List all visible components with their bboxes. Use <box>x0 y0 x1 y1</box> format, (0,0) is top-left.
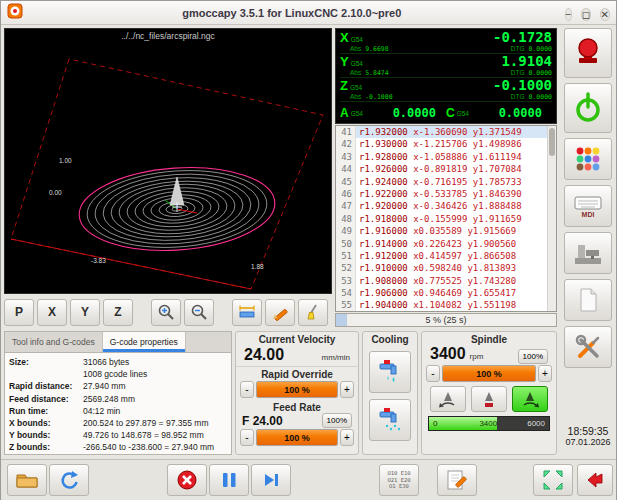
gcode-line[interactable]: 48 r1.918000 x-0.155999 y1.911659 <box>336 213 547 225</box>
keyboard-icon <box>573 195 603 211</box>
machine-on-button[interactable] <box>564 83 612 133</box>
spindle-override-slider[interactable]: 100 % <box>442 365 536 382</box>
rapid-override-title: Rapid Override <box>236 369 358 380</box>
zoom-in-button[interactable] <box>151 299 181 326</box>
rapid-minus-button[interactable]: - <box>240 381 254 398</box>
pause-button[interactable] <box>209 464 249 496</box>
close-button[interactable]: ✕ <box>600 8 610 21</box>
open-file-button[interactable] <box>7 464 47 496</box>
clock-date: 07.01.2026 <box>565 437 610 447</box>
gauge-max: 6000 <box>527 417 545 430</box>
edit-file-button[interactable] <box>437 464 477 496</box>
gcode-line[interactable]: 43 r1.928000 x-1.058886 y1.611194 <box>336 151 547 163</box>
gcode-line[interactable]: 54 r1.906000 x0.946469 y1.655417 <box>336 287 547 299</box>
page-icon <box>575 287 601 313</box>
step-button[interactable] <box>251 464 291 496</box>
maximize-button[interactable]: ◻ <box>581 8 591 21</box>
spindle-rpm-gauge: 0 3400 6000 <box>428 416 550 431</box>
spindle-stop-icon <box>477 389 501 409</box>
gauge-min: 0 <box>433 417 437 430</box>
rapid-plus-button[interactable]: + <box>340 381 354 398</box>
gcode-line[interactable]: 46 r1.922000 x-0.533785 y1.846390 <box>336 188 547 200</box>
gcode-line[interactable]: 51 r1.912000 x0.414597 y1.866508 <box>336 250 547 262</box>
spindle-reset-button[interactable]: 100% <box>518 349 548 364</box>
info-notebook: Tool info and G-codes G-code properties … <box>4 331 232 455</box>
gcode-progressbar: 5 % (25 s) <box>335 313 557 327</box>
spindle-cw-button[interactable] <box>512 386 548 412</box>
scrollbar-thumb[interactable] <box>549 128 555 156</box>
tab-tool-info[interactable]: Tool info and G-codes <box>5 332 103 352</box>
feed-plus-button[interactable]: + <box>340 429 354 446</box>
estop-button[interactable] <box>564 28 612 78</box>
skip-optional-blocks-button[interactable]: O10 E10 O21 E20 O1 E30 <box>379 464 419 496</box>
feed-reset-button[interactable]: 100% <box>322 413 352 428</box>
gcode-line[interactable]: 45 r1.924000 x-0.716195 y1.785733 <box>336 176 547 188</box>
fullscreen-button[interactable] <box>533 464 573 496</box>
view-dimensions-button[interactable] <box>232 299 262 326</box>
feed-rate-title: Feed Rate <box>236 402 358 413</box>
gcode-line[interactable]: 49 r1.916000 x0.035589 y1.915669 <box>336 225 547 237</box>
tab-gcode-properties[interactable]: G-code properties <box>103 332 186 352</box>
machine-icon <box>573 240 603 266</box>
dro-axis-row[interactable]: A G54 0.0000 <box>340 102 446 124</box>
mist-coolant-icon <box>375 405 405 435</box>
user-tab-button[interactable] <box>564 279 612 321</box>
window-title: gmoccapy 3.5.1 for LinuxCNC 2.10.0~pre0 <box>23 7 561 19</box>
cooling-title: Cooling <box>371 334 408 345</box>
spindle-stop-button[interactable] <box>471 386 507 412</box>
gcode-line[interactable]: 53 r1.908000 x0.775525 y1.743280 <box>336 275 547 287</box>
dro-axis-row[interactable]: C G54 0.0000 <box>446 102 552 124</box>
clear-plot-button[interactable] <box>298 299 328 326</box>
exit-button[interactable] <box>577 464 613 496</box>
feed-override-slider[interactable]: 100 % <box>256 429 338 446</box>
pencil-icon <box>271 303 289 321</box>
titlebar[interactable]: gmoccapy 3.5.1 for LinuxCNC 2.10.0~pre0 … <box>1 1 616 25</box>
spindle-ccw-button[interactable] <box>430 386 466 412</box>
colored-grid-icon <box>574 145 602 173</box>
edit-gcode-button[interactable] <box>265 299 295 326</box>
gcode-scrollbar[interactable] <box>547 126 556 311</box>
auto-mode-button[interactable] <box>564 232 612 274</box>
zoom-in-icon <box>157 303 175 321</box>
zoom-out-button[interactable] <box>184 299 214 326</box>
dro-axis-row[interactable]: Y G54 1.9104 Abs 5.8474 DTG 0.0000 <box>340 54 552 78</box>
axis-label: 0.00 <box>49 189 62 196</box>
gcode-view[interactable]: 41 r1.932000 x-1.360690 y1.371549 42 r1.… <box>335 125 557 312</box>
dro-axis-row[interactable]: X G54 -0.1728 Abs 9.6698 DTG 0.0000 <box>340 30 552 54</box>
gcode-line[interactable]: 44 r1.926000 x-0.891819 y1.707084 <box>336 163 547 175</box>
flood-button[interactable] <box>369 351 411 393</box>
mist-button[interactable] <box>369 399 411 441</box>
feed-minus-button[interactable]: - <box>240 429 254 446</box>
gcode-line[interactable]: 41 r1.932000 x-1.360690 y1.371549 <box>336 126 547 138</box>
gcode-line[interactable]: 47 r1.920000 x-0.346426 y1.888488 <box>336 200 547 212</box>
gcode-line[interactable]: 55 r1.904000 x1.104082 y1.551198 <box>336 299 547 311</box>
stop-button[interactable] <box>167 464 207 496</box>
tool-settings-button[interactable] <box>564 138 612 180</box>
view-preset-button[interactable]: Z <box>103 299 133 326</box>
settings-button[interactable] <box>564 326 612 368</box>
velocity-panel: Current Velocity 24.00 mm/min Rapid Over… <box>235 331 359 455</box>
spindle-rpm-value: 3400 <box>430 345 466 363</box>
spindle-minus-button[interactable]: - <box>426 365 440 382</box>
pause-icon <box>219 470 239 490</box>
reload-file-button[interactable] <box>49 464 89 496</box>
file-path: ../../nc_files/arcspiral.ngc <box>5 31 331 41</box>
property-row: Y bounds: 49.726 to 148.678 = 98.952 mm <box>9 429 227 441</box>
mdi-mode-button[interactable]: MDI <box>564 185 612 227</box>
gremlin-preview[interactable]: ../../nc_files/arcspiral.ngc <box>4 28 332 294</box>
gcode-line[interactable]: 52 r1.910000 x0.598240 y1.813893 <box>336 262 547 274</box>
dro-axis-row[interactable]: Z G54 -0.1000 Abs -0.1000 DTG 0.0000 <box>340 78 552 102</box>
view-preset-button[interactable]: P <box>4 299 34 326</box>
dimensions-icon <box>238 303 256 321</box>
minimize-button[interactable]: − <box>565 8 573 21</box>
clock: 18:59:35 07.01.2026 <box>565 425 610 447</box>
view-preset-button[interactable]: Y <box>70 299 100 326</box>
gcode-line[interactable]: 50 r1.914000 x0.226423 y1.900560 <box>336 238 547 250</box>
rapid-override-slider[interactable]: 100 % <box>256 381 338 398</box>
estop-icon <box>571 36 605 70</box>
spindle-plus-button[interactable]: + <box>538 365 552 382</box>
gcode-line[interactable]: 42 r1.930000 x-1.215706 y1.498986 <box>336 138 547 150</box>
property-row: Rapid distance: 27.940 mm <box>9 380 227 392</box>
gcode-properties: Size: 31066 bytes 1008 gcode lines Rapid… <box>5 353 231 457</box>
view-preset-button[interactable]: X <box>37 299 67 326</box>
